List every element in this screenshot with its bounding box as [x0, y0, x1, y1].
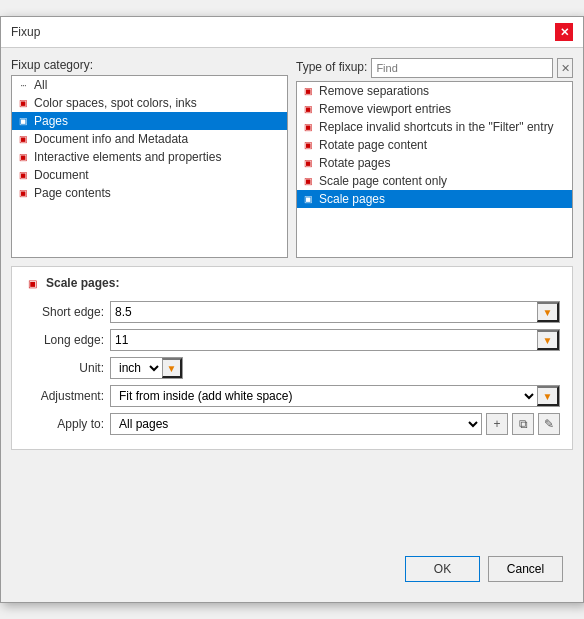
- long-edge-input[interactable]: [111, 331, 537, 349]
- dialog-title: Fixup: [11, 25, 40, 39]
- find-input[interactable]: [371, 58, 553, 78]
- short-edge-input[interactable]: [111, 303, 537, 321]
- pdf-icon: ▣: [16, 114, 30, 128]
- list-item-label: Page contents: [34, 186, 111, 200]
- pdf-icon: ▣: [301, 192, 315, 206]
- list-item[interactable]: ▣ Document info and Metadata: [12, 130, 287, 148]
- list-item-label: Color spaces, spot colors, inks: [34, 96, 197, 110]
- adjustment-select[interactable]: Fit from inside (add white space) Fit fr…: [111, 386, 537, 406]
- scale-header: ▣ Scale pages:: [24, 275, 560, 291]
- list-item-label: Remove separations: [319, 84, 429, 98]
- scale-title: Scale pages:: [46, 276, 119, 290]
- adjustment-label: Adjustment:: [24, 389, 104, 403]
- scale-section: ▣ Scale pages: Short edge: ▼ Long edge: …: [11, 266, 573, 450]
- dialog-footer: OK Cancel: [11, 546, 573, 592]
- ok-button[interactable]: OK: [405, 556, 480, 582]
- pdf-icon: ▣: [16, 168, 30, 182]
- unit-select[interactable]: inch cm mm pt: [111, 358, 162, 378]
- list-item[interactable]: ▣ Scale page content only: [297, 172, 572, 190]
- list-item-label: Rotate page content: [319, 138, 427, 152]
- add-button[interactable]: +: [486, 413, 508, 435]
- pdf-icon: ▣: [301, 174, 315, 188]
- list-item-scale-pages[interactable]: ▣ Scale pages: [297, 190, 572, 208]
- list-item-label: Rotate pages: [319, 156, 390, 170]
- long-edge-input-group: ▼: [110, 329, 560, 351]
- cancel-button[interactable]: Cancel: [488, 556, 563, 582]
- list-item-label: Scale pages: [319, 192, 385, 206]
- spacer: [11, 458, 573, 538]
- title-bar: Fixup ✕: [1, 17, 583, 48]
- pdf-icon: ▣: [301, 120, 315, 134]
- type-of-fixup-listbox[interactable]: ▣ Remove separations ▣ Remove viewport e…: [296, 81, 573, 258]
- list-item-label: All: [34, 78, 47, 92]
- close-button[interactable]: ✕: [555, 23, 573, 41]
- pdf-icon: ▣: [16, 132, 30, 146]
- pdf-icon: ▣: [16, 186, 30, 200]
- list-item[interactable]: ▣ Rotate page content: [297, 136, 572, 154]
- list-item-label: Remove viewport entries: [319, 102, 451, 116]
- long-edge-row: Long edge: ▼: [24, 329, 560, 351]
- unit-group: inch cm mm pt ▼: [110, 357, 183, 379]
- adjustment-dropdown-button[interactable]: ▼: [537, 386, 559, 406]
- long-edge-dropdown-button[interactable]: ▼: [537, 330, 559, 350]
- list-item-label: Document info and Metadata: [34, 132, 188, 146]
- list-item[interactable]: ▣ Page contents: [12, 184, 287, 202]
- adjustment-row: Adjustment: Fit from inside (add white s…: [24, 385, 560, 407]
- list-item-label: Interactive elements and properties: [34, 150, 221, 164]
- fixup-dialog: Fixup ✕ Fixup category: ··· All ▣ Color …: [0, 16, 584, 603]
- top-panels: Fixup category: ··· All ▣ Color spaces, …: [11, 58, 573, 258]
- short-edge-input-group: ▼: [110, 301, 560, 323]
- list-item[interactable]: ▣ Rotate pages: [297, 154, 572, 172]
- pdf-icon: ▣: [301, 156, 315, 170]
- long-edge-label: Long edge:: [24, 333, 104, 347]
- pdf-icon: ▣: [16, 96, 30, 110]
- apply-to-label: Apply to:: [24, 417, 104, 431]
- list-item[interactable]: ▣ Remove viewport entries: [297, 100, 572, 118]
- list-item-label: Scale page content only: [319, 174, 447, 188]
- list-item-label: Pages: [34, 114, 68, 128]
- pdf-icon: ▣: [16, 150, 30, 164]
- list-item[interactable]: ▣ Document: [12, 166, 287, 184]
- dialog-body: Fixup category: ··· All ▣ Color spaces, …: [1, 48, 583, 602]
- apply-to-select[interactable]: All pages Even pages Odd pages Current p…: [111, 414, 481, 434]
- type-of-fixup-header: Type of fixup: ✕: [296, 58, 573, 78]
- list-item-label: Replace invalid shortcuts in the "Filter…: [319, 120, 554, 134]
- short-edge-dropdown-button[interactable]: ▼: [537, 302, 559, 322]
- type-of-fixup-label: Type of fixup:: [296, 60, 367, 74]
- unit-dropdown-button[interactable]: ▼: [162, 358, 182, 378]
- find-clear-button[interactable]: ✕: [557, 58, 573, 78]
- fixup-category-listbox[interactable]: ··· All ▣ Color spaces, spot colors, ink…: [11, 75, 288, 258]
- dots-icon: ···: [16, 78, 30, 92]
- pdf-icon: ▣: [301, 84, 315, 98]
- pdf-icon: ▣: [301, 102, 315, 116]
- pdf-icon: ▣: [301, 138, 315, 152]
- fixup-category-label: Fixup category:: [11, 58, 288, 72]
- unit-label: Unit:: [24, 361, 104, 375]
- copy-button[interactable]: ⧉: [512, 413, 534, 435]
- apply-to-select-wrap: All pages Even pages Odd pages Current p…: [110, 413, 482, 435]
- adjustment-group: Fit from inside (add white space) Fit fr…: [110, 385, 560, 407]
- short-edge-row: Short edge: ▼: [24, 301, 560, 323]
- list-item[interactable]: ▣ Remove separations: [297, 82, 572, 100]
- edit-button[interactable]: ✎: [538, 413, 560, 435]
- list-item-pages[interactable]: ▣ Pages: [12, 112, 287, 130]
- list-item[interactable]: ▣ Color spaces, spot colors, inks: [12, 94, 287, 112]
- apply-to-row: Apply to: All pages Even pages Odd pages…: [24, 413, 560, 435]
- list-item[interactable]: ▣ Replace invalid shortcuts in the "Filt…: [297, 118, 572, 136]
- list-item[interactable]: ▣ Interactive elements and properties: [12, 148, 287, 166]
- list-item[interactable]: ··· All: [12, 76, 287, 94]
- fixup-category-panel: Fixup category: ··· All ▣ Color spaces, …: [11, 58, 288, 258]
- list-item-label: Document: [34, 168, 89, 182]
- short-edge-label: Short edge:: [24, 305, 104, 319]
- apply-to-group: All pages Even pages Odd pages Current p…: [110, 413, 560, 435]
- scale-icon: ▣: [24, 275, 40, 291]
- unit-row: Unit: inch cm mm pt ▼: [24, 357, 560, 379]
- type-of-fixup-panel: Type of fixup: ✕ ▣ Remove separations ▣ …: [296, 58, 573, 258]
